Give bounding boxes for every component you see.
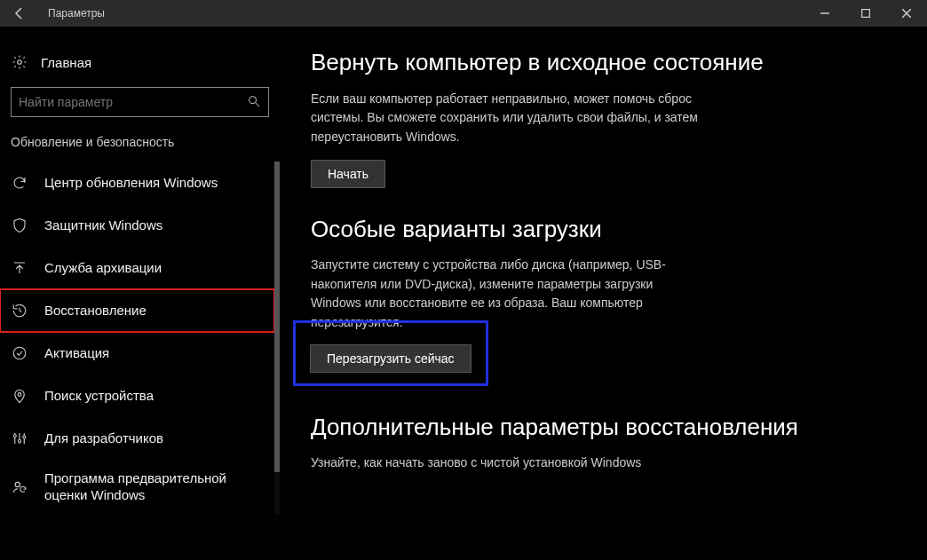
- location-icon: [11, 387, 28, 405]
- section-advanced-startup: Особые варианты загрузки Запустите систе…: [311, 215, 897, 386]
- svg-point-8: [15, 482, 20, 486]
- back-arrow-icon: [12, 6, 27, 20]
- svg-point-6: [19, 440, 21, 443]
- search-input-wrap[interactable]: [11, 87, 269, 117]
- sidebar-item-windows-update[interactable]: Центр обновления Windows: [0, 162, 280, 204]
- search-input[interactable]: [19, 95, 247, 109]
- sidebar-item-label: Центр обновления Windows: [44, 175, 269, 192]
- svg-point-4: [18, 393, 21, 397]
- advanced-heading: Особые варианты загрузки: [311, 215, 897, 244]
- reset-heading: Вернуть компьютер в исходное состояние: [311, 48, 897, 77]
- person-refresh-icon: [11, 478, 28, 496]
- more-heading: Дополнительные параметры восстановления: [311, 413, 897, 442]
- content: Вернуть компьютер в исходное состояние Е…: [281, 27, 927, 560]
- sidebar-item-backup[interactable]: Служба архивации: [0, 247, 280, 289]
- maximize-button[interactable]: [845, 0, 886, 27]
- sidebar-item-label: Активация: [44, 345, 269, 362]
- sidebar-item-label: Программа предварительной оценки Windows: [44, 470, 269, 504]
- sync-icon: [11, 174, 28, 192]
- close-button[interactable]: [886, 0, 927, 27]
- sidebar-nav: Центр обновления Windows Защитник Window…: [0, 162, 280, 515]
- section-reset: Вернуть компьютер в исходное состояние Е…: [311, 48, 897, 188]
- minimize-icon: [820, 9, 829, 18]
- titlebar: Параметры: [0, 0, 927, 27]
- svg-point-7: [23, 436, 26, 438]
- history-icon: [11, 302, 28, 319]
- sidebar-home-label: Главная: [41, 55, 91, 70]
- sidebar-item-defender[interactable]: Защитник Windows: [0, 204, 280, 247]
- sidebar-item-label: Восстановление: [44, 303, 264, 319]
- maximize-icon: [861, 9, 870, 18]
- highlight-blue-box: Перезагрузить сейчас: [293, 320, 488, 386]
- sidebar-item-activation[interactable]: Активация: [0, 332, 280, 375]
- sidebar-item-label: Служба архивации: [44, 260, 269, 277]
- window-title: Параметры: [39, 7, 105, 20]
- sidebar-category: Обновление и безопасность: [0, 130, 280, 162]
- sidebar-item-label: Защитник Windows: [44, 217, 269, 234]
- more-body: Узнайте, как начать заново с чистой уста…: [311, 454, 701, 473]
- back-button[interactable]: [0, 0, 39, 27]
- section-more-recovery: Дополнительные параметры восстановления …: [311, 413, 897, 473]
- restart-now-button[interactable]: Перезагрузить сейчас: [310, 344, 471, 373]
- svg-rect-0: [862, 10, 870, 18]
- sidebar-item-label: Для разработчиков: [44, 430, 269, 447]
- sidebar-home[interactable]: Главная: [0, 44, 280, 80]
- sliders-icon: [11, 430, 28, 447]
- close-icon: [902, 9, 911, 18]
- sidebar-item-find-device[interactable]: Поиск устройства: [0, 375, 280, 417]
- sidebar: Главная Обновление и безопасность Центр …: [0, 27, 281, 560]
- svg-point-5: [13, 435, 16, 438]
- sidebar-item-developers[interactable]: Для разработчиков: [0, 417, 280, 460]
- gear-icon: [11, 53, 28, 71]
- upload-icon: [11, 259, 28, 277]
- svg-point-2: [250, 96, 257, 103]
- search-icon: [247, 94, 261, 111]
- sidebar-item-label: Поиск устройства: [44, 388, 269, 405]
- check-circle-icon: [11, 344, 28, 362]
- svg-point-3: [13, 347, 26, 359]
- svg-point-1: [18, 60, 22, 65]
- reset-body: Если ваш компьютер работает неправильно,…: [311, 90, 701, 147]
- sidebar-item-insider[interactable]: Программа предварительной оценки Windows: [0, 460, 280, 515]
- shield-icon: [11, 217, 28, 234]
- minimize-button[interactable]: [804, 0, 845, 27]
- reset-start-button[interactable]: Начать: [311, 160, 385, 188]
- sidebar-scrollbar[interactable]: [274, 162, 280, 515]
- sidebar-item-recovery[interactable]: Восстановление: [0, 289, 274, 332]
- sidebar-scroll-thumb[interactable]: [274, 162, 280, 472]
